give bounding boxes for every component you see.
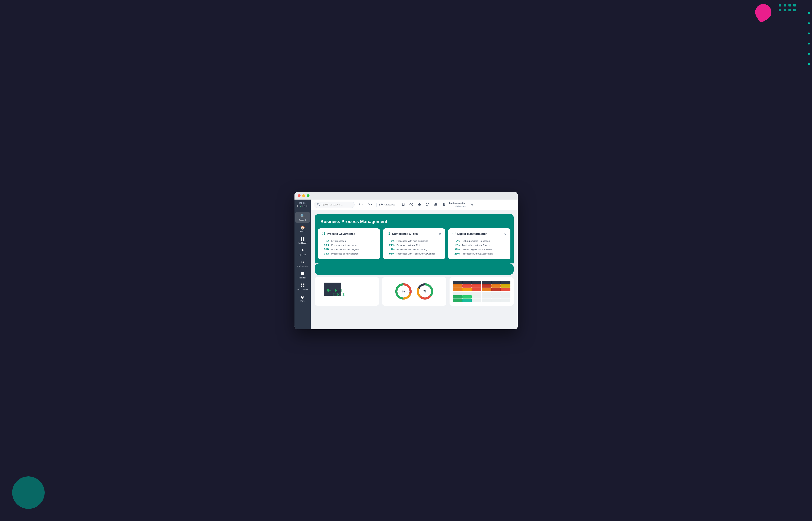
heatmap-header-cell: [501, 281, 510, 284]
sidebar-item-more[interactable]: More: [295, 293, 310, 303]
svg-point-30: [389, 234, 390, 235]
svg-rect-1: [303, 237, 304, 239]
metric-label: Processes without owner: [331, 244, 357, 246]
metric-row: 76% Processes without diagram: [322, 247, 376, 251]
metric-value: 12%: [387, 248, 395, 251]
card-compliance-risk: Compliance & Risk ↻ 6% Processes with hi…: [383, 228, 445, 259]
heatmap-header-cell: [491, 281, 501, 284]
heatmap-container: [453, 281, 510, 302]
svg-rect-3: [303, 239, 304, 241]
dashboard-area: Business Process Management: [311, 210, 518, 330]
heatmap-cell: [501, 284, 510, 288]
heatmap-cell: [453, 295, 462, 298]
last-connection-value: 4 days ago: [449, 205, 466, 208]
sidebar-label-tasks: My Tasks: [299, 254, 306, 256]
card-header-digital: Digital Transformation ↻: [453, 232, 506, 236]
minimize-button[interactable]: [302, 194, 305, 197]
heatmap-cell: [491, 299, 501, 302]
svg-rect-5: [301, 273, 304, 274]
compliance-icon: [387, 232, 391, 236]
help-button[interactable]: [425, 202, 431, 207]
sidebar-item-technologies[interactable]: Technologies: [295, 281, 310, 292]
close-button[interactable]: [298, 194, 301, 197]
user-button[interactable]: [441, 202, 447, 207]
undo-button[interactable]: [357, 202, 365, 207]
heatmap-header-cell: [462, 281, 471, 284]
card-header-governance: Process Governance: [322, 232, 376, 236]
metric-value: 6%: [387, 239, 395, 242]
tasks-icon: [300, 248, 305, 253]
bpm-title: Business Process Management: [321, 219, 508, 224]
heatmap-row: [453, 295, 510, 298]
team-button[interactable]: [400, 202, 406, 207]
toolbar-divider: [376, 203, 377, 207]
metric-row: 14 My processes: [322, 239, 376, 243]
svg-rect-6: [301, 274, 304, 275]
sidebar-item-registers[interactable]: Registers: [295, 270, 310, 280]
heatmap-cell: [453, 299, 462, 302]
heatmap-cell: [472, 299, 481, 302]
metric-value: 3%: [453, 239, 460, 242]
heatmap-cell: [501, 299, 510, 302]
history-button[interactable]: [409, 202, 414, 207]
maximize-button[interactable]: [307, 194, 309, 197]
sidebar-item-research[interactable]: 🔍 Research: [295, 212, 310, 223]
heatmap-cell: [482, 284, 491, 288]
metric-row: 3% High automated Processes: [453, 239, 506, 243]
search-input[interactable]: [322, 203, 352, 206]
heatmap-cell: [491, 295, 501, 298]
sidebar-label-home: Home: [300, 231, 305, 233]
donut-label-2: %: [423, 290, 426, 293]
last-connection-label: Last connection: [449, 202, 466, 205]
metric-row: 28% Processes without Application: [453, 251, 506, 256]
redo-button[interactable]: [366, 202, 374, 207]
heatmap-cell: [501, 292, 510, 295]
search-bar[interactable]: [314, 202, 355, 208]
heatmap-header-cell: [482, 281, 491, 284]
logout-button[interactable]: [469, 202, 475, 207]
metric-label: Processes with Risks without Control: [397, 252, 435, 255]
metric-label: Overall degree of automation: [462, 248, 492, 251]
search-icon: 🔍: [300, 213, 305, 219]
metric-label: My processes: [331, 240, 346, 242]
sidebar-item-dashboard[interactable]: Dashboard: [295, 235, 310, 246]
metrics-cards: Process Governance 14 My processes 39% P…: [315, 228, 514, 264]
svg-rect-34: [453, 233, 454, 234]
svg-rect-4: [301, 272, 304, 273]
heatmap-cell: [472, 292, 481, 295]
card-process-governance: Process Governance 14 My processes 39% P…: [318, 228, 380, 259]
heatmap-cell: [482, 292, 491, 295]
metric-label: Processes with low-risk rating: [397, 248, 427, 251]
autosave-icon: [379, 203, 383, 206]
heatmap-cell: [482, 299, 491, 302]
logo-hopex: H●PEX: [297, 204, 308, 208]
svg-point-15: [404, 204, 405, 205]
card-title-digital: Digital Transformation: [457, 232, 487, 235]
svg-rect-35: [454, 233, 455, 234]
donut-1: %: [394, 282, 413, 300]
sidebar: MEGA H●PEX 🔍 Research 🏠 Home: [294, 200, 311, 330]
heatmap-cell: [472, 288, 481, 291]
refresh-icon-digital[interactable]: ↻: [504, 232, 506, 235]
heatmap-cell: [501, 288, 510, 291]
refresh-icon-compliance[interactable]: ↻: [439, 232, 441, 235]
sidebar-item-environment[interactable]: ✂ Environment: [295, 258, 310, 269]
bpm-header: Business Process Management: [315, 214, 514, 228]
bottom-banner: [315, 264, 514, 275]
star-button[interactable]: [417, 202, 422, 207]
sidebar-item-home[interactable]: 🏠 Home: [295, 224, 310, 234]
app-logo: MEGA H●PEX: [297, 202, 308, 208]
svg-point-46: [343, 293, 345, 295]
background-blob: [752, 1, 774, 23]
notifications-button[interactable]: [433, 202, 439, 207]
governance-icon: [322, 232, 325, 236]
heatmap-cell: [453, 292, 462, 295]
sidebar-item-tasks[interactable]: My Tasks: [295, 247, 310, 257]
svg-point-22: [323, 234, 323, 235]
heatmap-row: [453, 292, 510, 295]
svg-point-28: [389, 232, 390, 233]
svg-point-38: [327, 289, 329, 292]
digital-icon: [453, 232, 456, 236]
sidebar-label-more: More: [300, 300, 305, 302]
svg-rect-2: [301, 239, 302, 241]
